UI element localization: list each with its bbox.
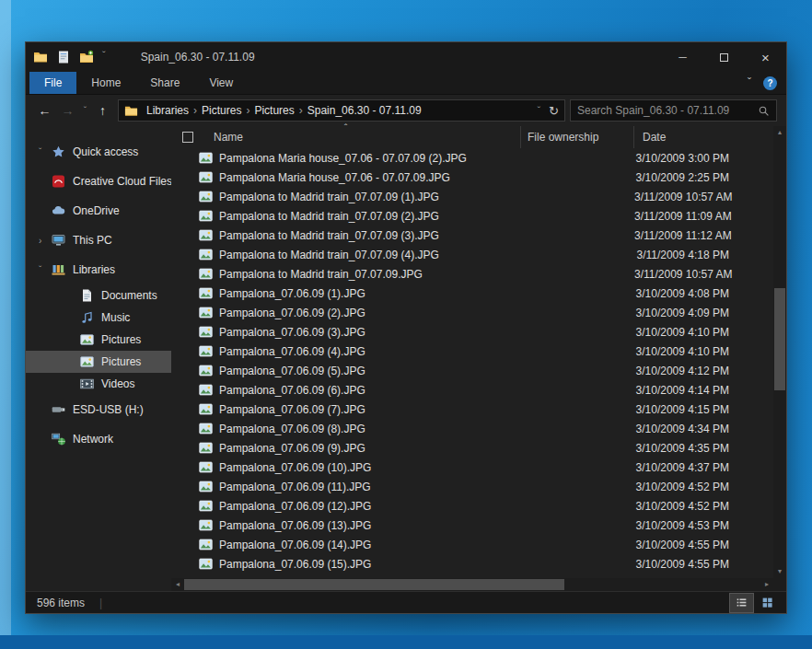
sidebar-item-pictures[interactable]: Pictures [26, 329, 171, 351]
sidebar-item-creative-cloud-files[interactable]: Creative Cloud Files [26, 167, 171, 196]
forward-button[interactable]: → [56, 103, 79, 118]
column-header-file-ownership[interactable]: File ownership [521, 126, 634, 148]
maximize-icon [720, 53, 728, 62]
address-dropdown-chevron-icon[interactable]: ˇ [537, 105, 540, 116]
sidebar-item-network[interactable]: Network [26, 424, 171, 454]
photo-file-icon [199, 170, 213, 184]
horizontal-scroll-track[interactable] [184, 578, 760, 591]
file-name: Pampalona_07.06.09 (1).JPG [219, 287, 365, 300]
expander-icon[interactable]: ˇ [39, 265, 51, 275]
up-button[interactable]: ↑ [91, 103, 114, 118]
sidebar-item-esd-usb-h[interactable]: ESD-USB (H:) [26, 395, 171, 424]
sidebar-item-music[interactable]: Music [26, 307, 171, 329]
sidebar-item-pictures[interactable]: Pictures [26, 351, 171, 373]
file-date: 3/10/2009 4:10 PM [634, 345, 773, 358]
sidebar-item-label: Creative Cloud Files [73, 175, 171, 188]
quick-access-toolbar-chevron-icon[interactable]: ˇ [102, 50, 106, 61]
search-input[interactable]: Search Spain_06.30 - 07.11.09 [570, 99, 777, 122]
file-row[interactable]: Pampalona_07.06.09 (1).JPG3/10/2009 4:08… [171, 284, 773, 303]
sidebar-item-libraries[interactable]: ˇLibraries [26, 255, 171, 284]
file-row[interactable]: Pampalona_07.06.09 (8).JPG3/10/2009 4:34… [171, 419, 773, 438]
details-view-button[interactable] [730, 594, 753, 612]
file-row[interactable]: Pampalona_07.06.09 (3).JPG3/10/2009 4:10… [171, 322, 773, 342]
titlebar[interactable]: ˇ Spain_06.30 - 07.11.09 ─ × [26, 42, 786, 72]
file-row[interactable]: Pampalona_07.06.09 (15).JPG3/10/2009 4:5… [171, 554, 773, 574]
file-row[interactable]: Pampalona to Madrid train_07.07.09 (1).J… [171, 187, 773, 206]
file-row[interactable]: Pampalona Maria house_07.06 - 07.07.09 (… [171, 148, 773, 168]
file-row[interactable]: Pampalona to Madrid train_07.07.09 (4).J… [171, 245, 773, 264]
column-header-date[interactable]: Date [634, 126, 773, 148]
file-row[interactable]: Pampalona_07.06.09 (4).JPG3/10/2009 4:10… [171, 342, 773, 361]
help-icon[interactable]: ? [763, 76, 777, 90]
tab-share[interactable]: Share [135, 72, 194, 94]
back-button[interactable]: ← [33, 103, 56, 118]
breadcrumb-item[interactable]: Pictures [197, 104, 246, 117]
scroll-right-icon[interactable]: ▸ [760, 578, 773, 591]
usb-drive-icon [51, 402, 66, 417]
properties-icon[interactable] [56, 50, 71, 64]
file-row[interactable]: Pampalona to Madrid train_07.07.09.JPG3/… [171, 264, 773, 284]
expander-icon[interactable]: ˇ [39, 147, 51, 157]
thumbnails-view-button[interactable] [756, 594, 779, 612]
photo-file-icon [199, 325, 213, 339]
vertical-scroll-thumb[interactable] [774, 288, 785, 390]
tab-file[interactable]: File [29, 72, 76, 94]
breadcrumb-item[interactable]: Pictures [249, 104, 298, 117]
scroll-left-icon[interactable]: ◂ [171, 578, 184, 591]
tab-view[interactable]: View [194, 72, 248, 94]
photo-file-icon [199, 209, 213, 223]
sidebar-item-videos[interactable]: Videos [26, 373, 171, 395]
file-name: Pampalona_07.06.09 (3).JPG [219, 326, 365, 339]
file-name: Pampalona to Madrid train_07.07.09 (4).J… [219, 249, 439, 261]
breadcrumb-item[interactable]: Spain_06.30 - 07.11.09 [303, 104, 426, 117]
new-folder-icon[interactable] [79, 50, 94, 64]
tab-home[interactable]: Home [76, 72, 135, 94]
file-row[interactable]: Pampalona to Madrid train_07.07.09 (2).J… [171, 206, 773, 226]
onedrive-icon [51, 203, 66, 218]
sidebar-item-label: Pictures [101, 355, 141, 368]
file-row[interactable]: Pampalona_07.06.09 (9).JPG3/10/2009 4:35… [171, 438, 773, 458]
vertical-scroll-track[interactable] [773, 139, 786, 565]
scroll-down-icon[interactable]: ▾ [773, 565, 786, 578]
file-row[interactable]: Pampalona Maria house_07.06 - 07.07.09.J… [171, 168, 773, 187]
file-date: 3/10/2009 4:52 PM [634, 500, 773, 513]
file-name: Pampalona to Madrid train_07.07.09.JPG [219, 268, 423, 281]
sidebar-item-this-pc[interactable]: ›This PC [26, 226, 171, 255]
file-row[interactable]: Pampalona_07.06.09 (7).JPG3/10/2009 4:15… [171, 400, 773, 419]
file-row[interactable]: Pampalona_07.06.09 (6).JPG3/10/2009 4:14… [171, 380, 773, 400]
breadcrumb-item[interactable]: Libraries [142, 104, 193, 117]
file-row[interactable]: Pampalona_07.06.09 (2).JPG3/10/2009 4:09… [171, 303, 773, 322]
close-button[interactable]: × [745, 42, 786, 72]
minimize-button[interactable]: ─ [662, 42, 703, 72]
select-all-checkbox[interactable] [182, 132, 193, 143]
photo-file-icon [199, 151, 213, 165]
file-row[interactable]: Pampalona_07.06.09 (11).JPG3/10/2009 4:5… [171, 477, 773, 496]
horizontal-scroll-thumb[interactable] [184, 579, 564, 590]
file-row[interactable]: Pampalona_07.06.09 (5).JPG3/10/2009 4:12… [171, 361, 773, 380]
file-date: 3/10/2009 4:52 PM [634, 481, 773, 493]
sidebar-item-label: Libraries [73, 263, 115, 276]
column-header-name[interactable]: Name ˆ [171, 126, 521, 148]
file-row[interactable]: Pampalona_07.06.09 (10).JPG3/10/2009 4:3… [171, 458, 773, 477]
search-placeholder: Search Spain_06.30 - 07.11.09 [577, 104, 758, 117]
file-name: Pampalona to Madrid train_07.07.09 (2).J… [219, 210, 439, 223]
address-bar[interactable]: Libraries›Pictures›Pictures›Spain_06.30 … [118, 99, 565, 122]
sidebar-item-documents[interactable]: Documents [26, 284, 171, 307]
expander-icon[interactable]: › [39, 236, 51, 246]
refresh-icon[interactable]: ↻ [549, 104, 559, 118]
sidebar-item-label: Quick access [73, 145, 138, 158]
file-row[interactable]: Pampalona to Madrid train_07.07.09 (3).J… [171, 226, 773, 245]
expand-ribbon-chevron-icon[interactable]: ˇ [748, 76, 751, 89]
file-row[interactable]: Pampalona_07.06.09 (13).JPG3/10/2009 4:5… [171, 516, 773, 535]
file-name: Pampalona Maria house_07.06 - 07.07.09 (… [219, 152, 467, 165]
file-name: Pampalona_07.06.09 (9).JPG [219, 442, 365, 455]
vertical-scrollbar[interactable]: ▴ ▾ [773, 126, 786, 591]
recent-locations-chevron-icon[interactable]: ˇ [79, 106, 91, 116]
sidebar-item-quick-access[interactable]: ˇQuick access [26, 137, 171, 167]
maximize-button[interactable] [703, 42, 745, 72]
file-row[interactable]: Pampalona_07.06.09 (14).JPG3/10/2009 4:5… [171, 535, 773, 554]
file-row[interactable]: Pampalona_07.06.09 (12).JPG3/10/2009 4:5… [171, 496, 773, 516]
sidebar-item-onedrive[interactable]: OneDrive [26, 196, 171, 226]
horizontal-scrollbar[interactable]: ◂ ▸ [171, 578, 773, 591]
scroll-up-icon[interactable]: ▴ [773, 126, 786, 139]
